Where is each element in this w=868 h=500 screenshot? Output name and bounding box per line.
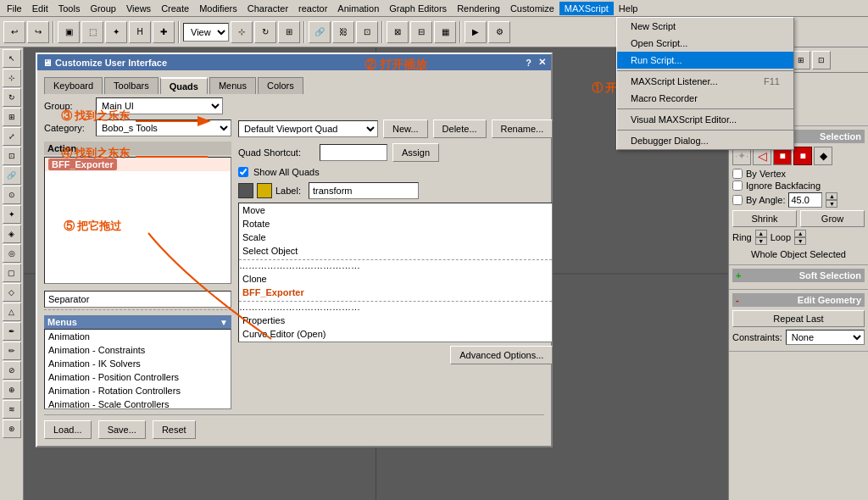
menu-item-anim-constraints[interactable]: Animation - Constraints xyxy=(45,343,231,357)
reset-button[interactable]: Reset xyxy=(153,420,196,439)
toolbar-unlink[interactable]: ⛓ xyxy=(332,21,354,43)
assign-button[interactable]: Assign xyxy=(392,143,439,162)
tab-menus[interactable]: Menus xyxy=(209,77,256,94)
menu-open-script[interactable]: Open Script... xyxy=(617,35,793,52)
action-list[interactable]: BFF_Exporter xyxy=(44,157,231,284)
load-button[interactable]: Load... xyxy=(44,420,92,439)
toolbar-array[interactable]: ▦ xyxy=(434,21,456,43)
menu-animation[interactable]: Animation xyxy=(332,2,384,15)
menu-rendering[interactable]: Rendering xyxy=(452,2,505,15)
menu-customize[interactable]: Customize xyxy=(505,2,559,15)
by-vertex-checkbox[interactable] xyxy=(732,169,743,179)
dialog-close-btn[interactable]: ✕ xyxy=(538,57,546,68)
ignore-backfacing-checkbox[interactable] xyxy=(732,181,743,191)
quad-shortcut-input[interactable] xyxy=(320,144,387,161)
edit-geometry-title[interactable]: - Edit Geometry xyxy=(732,293,865,307)
show-all-quads-checkbox[interactable] xyxy=(238,167,248,177)
by-angle-checkbox[interactable] xyxy=(732,195,743,205)
sidebar-btn-14[interactable]: △ xyxy=(3,303,21,321)
menu-run-script[interactable]: Run Script... xyxy=(617,52,793,69)
by-angle-down[interactable]: ▼ xyxy=(826,200,837,208)
toolbar-render-setup[interactable]: ⚙ xyxy=(488,21,510,43)
toolbar-view-dropdown[interactable]: View xyxy=(183,23,229,42)
sidebar-btn-1[interactable]: ↖ xyxy=(3,49,21,68)
toolbar-rotate[interactable]: ↻ xyxy=(254,21,276,43)
face-select-icon[interactable]: ◆ xyxy=(814,147,832,165)
toolbar-select[interactable]: ✦ xyxy=(105,21,127,43)
rp-btn-5[interactable]: ⊡ xyxy=(812,51,831,69)
toolbar-move[interactable]: ⊹ xyxy=(231,21,253,43)
menu-visual-editor[interactable]: Visual MAXScript Editor... xyxy=(617,111,793,128)
advanced-options-button[interactable]: Advanced Options... xyxy=(450,346,553,364)
quad-item-scale[interactable]: Scale xyxy=(239,231,552,244)
separator-input[interactable] xyxy=(44,291,231,308)
menu-modifiers[interactable]: Modifiers xyxy=(194,2,242,15)
quad-items-list[interactable]: Move Rotate Scale Select Object ……………………… xyxy=(238,203,553,342)
toolbar-render[interactable]: ▶ xyxy=(465,21,487,43)
menu-item-animation[interactable]: Animation xyxy=(45,330,231,343)
menu-item-anim-ik[interactable]: Animation - IK Solvers xyxy=(45,357,231,370)
ring-down[interactable]: ▼ xyxy=(755,237,767,245)
toolbar-scale[interactable]: ⊞ xyxy=(278,21,300,43)
tab-colors[interactable]: Colors xyxy=(258,77,303,94)
toolbar-mirror[interactable]: ⊠ xyxy=(387,21,409,43)
tab-quads[interactable]: Quads xyxy=(160,77,208,94)
menu-item-anim-pos[interactable]: Animation - Position Controllers xyxy=(45,370,231,384)
toolbar-align[interactable]: ⊟ xyxy=(410,21,432,43)
menu-group[interactable]: Group xyxy=(85,2,121,15)
dialog-help-btn[interactable]: ? xyxy=(526,58,531,68)
loop-down[interactable]: ▼ xyxy=(794,237,806,245)
menu-help[interactable]: Help xyxy=(614,2,643,15)
color-swatch-dark[interactable] xyxy=(238,183,253,198)
color-swatch-yellow[interactable] xyxy=(257,183,272,198)
menu-file[interactable]: File xyxy=(2,2,27,15)
menu-views[interactable]: Views xyxy=(121,2,156,15)
constraints-select[interactable]: None xyxy=(786,330,865,345)
toolbar-undo[interactable]: ↩ xyxy=(3,21,25,43)
by-angle-input[interactable] xyxy=(788,192,822,208)
quad-item-clone[interactable]: Clone xyxy=(239,272,552,286)
sidebar-btn-10[interactable]: ◈ xyxy=(3,225,21,243)
quad-item-move[interactable]: Move xyxy=(239,203,552,217)
sidebar-btn-17[interactable]: ⊘ xyxy=(3,361,21,380)
quad-item-select-object[interactable]: Select Object xyxy=(239,244,552,258)
sidebar-btn-15[interactable]: ✒ xyxy=(3,322,21,341)
menus-list[interactable]: Animation Animation - Constraints Animat… xyxy=(44,329,231,409)
toolbar-window-crossing[interactable]: ⬚ xyxy=(81,21,103,43)
save-button[interactable]: Save... xyxy=(98,420,146,439)
default-viewport-select[interactable]: Default Viewport Quad xyxy=(238,120,378,137)
toolbar-link[interactable]: 🔗 xyxy=(309,21,331,43)
sidebar-btn-11[interactable]: ◎ xyxy=(3,244,21,263)
menu-maxscript[interactable]: MAXScript xyxy=(559,2,614,15)
menu-macro-recorder[interactable]: Macro Recorder xyxy=(617,90,793,107)
sidebar-btn-7[interactable]: 🔗 xyxy=(3,166,21,185)
menu-graph-editors[interactable]: Graph Editors xyxy=(384,2,452,15)
label-input[interactable] xyxy=(309,182,419,199)
delete-button[interactable]: Delete... xyxy=(433,119,487,138)
category-select[interactable]: Bobo_s Tools xyxy=(96,119,231,136)
tab-toolbars[interactable]: Toolbars xyxy=(104,77,159,94)
grow-button[interactable]: Grow xyxy=(800,210,865,227)
menu-edit[interactable]: Edit xyxy=(27,2,53,15)
loop-up[interactable]: ▲ xyxy=(794,230,806,237)
menu-new-script[interactable]: New Script xyxy=(617,18,793,35)
menus-scroll-btn[interactable]: ▼ xyxy=(220,318,228,327)
bff-exporter-badge[interactable]: BFF_Exporter xyxy=(48,158,117,170)
tab-keyboard[interactable]: Keyboard xyxy=(44,77,103,94)
menu-tools[interactable]: Tools xyxy=(53,2,86,15)
toolbar-select-name[interactable]: H xyxy=(129,21,151,43)
by-angle-up[interactable]: ▲ xyxy=(826,192,837,200)
sidebar-btn-8[interactable]: ⊙ xyxy=(3,186,21,204)
sidebar-btn-3[interactable]: ↻ xyxy=(3,88,21,107)
sidebar-btn-12[interactable]: ▢ xyxy=(3,264,21,282)
group-select[interactable]: Main UI xyxy=(96,97,223,114)
soft-selection-title[interactable]: + Soft Selection xyxy=(732,269,865,282)
quad-item-rotate[interactable]: Rotate xyxy=(239,217,552,231)
sidebar-btn-18[interactable]: ⊕ xyxy=(3,381,21,399)
quad-item-dope-sheet[interactable]: Dope Sheet(Open) xyxy=(239,341,552,342)
sidebar-btn-6[interactable]: ⊡ xyxy=(3,147,21,165)
sidebar-btn-20[interactable]: ⊛ xyxy=(3,419,21,438)
quad-item-bff-exporter[interactable]: BFF_Exporter xyxy=(239,286,552,299)
dialog-title-bar[interactable]: 🖥 Customize User Interface ? ✕ xyxy=(37,54,551,70)
menu-listener[interactable]: MAXScript Listener... F11 xyxy=(617,73,793,90)
